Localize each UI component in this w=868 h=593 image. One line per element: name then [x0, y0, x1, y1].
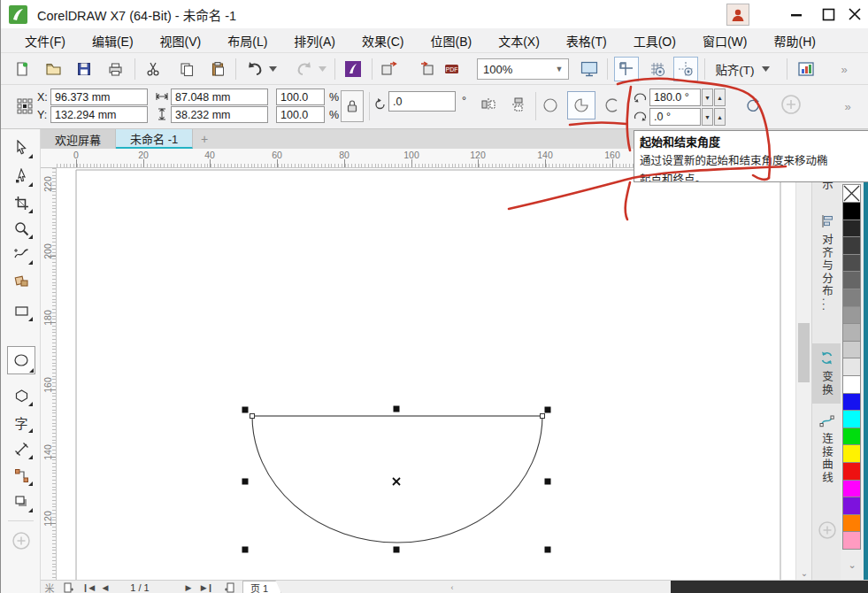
scale-y-field[interactable]: 100.0	[276, 106, 325, 123]
show-guidelines-button[interactable]	[673, 57, 698, 81]
hscroll-left-arrow[interactable]: ‹	[446, 581, 458, 593]
publish-pdf-button[interactable]: PDF	[441, 59, 462, 79]
palette-swatch[interactable]	[842, 428, 861, 446]
maximize-button[interactable]	[813, 0, 843, 28]
drawing-canvas[interactable]	[57, 168, 795, 580]
rectangle-tool[interactable]	[9, 299, 34, 322]
freehand-tool[interactable]	[9, 243, 34, 266]
snap-to-dropdown[interactable]: 贴齐(T)	[711, 58, 773, 80]
palette-swatch[interactable]	[842, 481, 861, 498]
start-angle-spin-down[interactable]: ▼	[702, 89, 713, 106]
scroll-down-arrow[interactable]: ⌄	[796, 568, 812, 578]
palette-swatch[interactable]	[842, 220, 861, 238]
mirror-horizontal-button[interactable]	[477, 93, 500, 116]
palette-swatch[interactable]	[842, 463, 861, 481]
rotation-angle-field[interactable]: .0	[388, 91, 456, 112]
selection-handles[interactable]	[242, 406, 551, 553]
menu-bitmaps[interactable]: 位图(B)	[417, 28, 485, 53]
object-center-marker[interactable]	[393, 478, 400, 485]
export-button[interactable]	[417, 59, 438, 79]
menu-tools[interactable]: 工具(O)	[620, 28, 689, 53]
end-angle-spin-up[interactable]: ▲	[714, 108, 726, 126]
menu-effects[interactable]: 效果(C)	[349, 28, 417, 53]
menu-text[interactable]: 文本(X)	[485, 28, 553, 53]
vertical-scrollbar[interactable]: ⌄	[795, 168, 811, 580]
connector-tool[interactable]	[9, 464, 34, 487]
object-width-field[interactable]: 87.048 mm	[171, 89, 268, 105]
show-grid-button[interactable]	[645, 57, 670, 81]
app-launcher-button[interactable]	[342, 58, 364, 80]
tab-untitled-document[interactable]: 未命名 -1	[116, 129, 193, 149]
palette-swatch[interactable]	[842, 342, 861, 359]
last-page-button[interactable]: ▶❙	[200, 581, 214, 593]
end-angle-field[interactable]: .0 °	[649, 108, 701, 126]
cut-button[interactable]	[142, 59, 164, 79]
redo-button[interactable]	[293, 58, 316, 80]
toolbar-overflow-chevron[interactable]: »	[831, 60, 856, 78]
next-page-button[interactable]: ▶	[182, 581, 195, 593]
page-1-tab[interactable]: 页 1	[242, 581, 281, 593]
selected-pie-shape[interactable]	[252, 416, 542, 543]
menu-window[interactable]: 窗口(W)	[689, 28, 761, 53]
end-angle-spin-down[interactable]: ▼	[702, 108, 713, 126]
vertical-ruler[interactable]: 220 200 180 160 140 120	[41, 168, 57, 580]
change-direction-button[interactable]	[741, 92, 765, 119]
ellipse-tool-selected[interactable]	[7, 346, 35, 374]
menu-help[interactable]: 帮助(H)	[760, 28, 828, 53]
mirror-vertical-button[interactable]	[507, 93, 530, 116]
options-button[interactable]	[795, 58, 818, 80]
palette-swatch[interactable]	[842, 307, 861, 325]
palette-swatch[interactable]	[842, 289, 861, 307]
zoom-dropdown-arrow[interactable]: ▼	[550, 65, 568, 73]
minimize-button[interactable]	[781, 0, 811, 28]
add-tool-button[interactable]	[9, 529, 34, 552]
palette-swatch[interactable]	[842, 497, 861, 515]
first-page-button[interactable]: ❙◀	[81, 581, 96, 593]
menu-view[interactable]: 视图(V)	[147, 28, 215, 53]
propbar-overflow-chevron[interactable]: »	[834, 97, 859, 115]
palette-swatch[interactable]	[842, 445, 861, 463]
palette-scroll-down[interactable]: ⌄	[841, 559, 864, 571]
palette-no-color[interactable]	[842, 184, 861, 203]
save-button[interactable]	[73, 59, 95, 79]
palette-swatch[interactable]	[842, 358, 861, 376]
palette-swatch[interactable]	[842, 272, 861, 289]
crop-tool[interactable]	[9, 191, 34, 214]
palette-swatch[interactable]	[842, 203, 861, 220]
add-property-button[interactable]	[778, 91, 804, 118]
palette-swatch[interactable]	[842, 394, 861, 412]
new-document-tab-button[interactable]: +	[193, 129, 216, 149]
palette-swatch[interactable]	[842, 324, 861, 342]
x-position-field[interactable]: 96.373 mm	[50, 89, 148, 105]
new-document-button[interactable]	[12, 59, 33, 79]
print-button[interactable]	[104, 59, 126, 79]
user-account-icon[interactable]	[726, 4, 749, 26]
ellipse-mode-button[interactable]	[539, 94, 562, 117]
smart-fill-tool[interactable]	[9, 269, 34, 292]
palette-swatch[interactable]	[842, 411, 861, 428]
show-rulers-button[interactable]	[614, 57, 639, 81]
pick-tool[interactable]	[9, 136, 34, 159]
polygon-tool[interactable]	[9, 384, 34, 407]
menu-arrange[interactable]: 排列(A)	[280, 28, 349, 53]
scale-x-field[interactable]: 100.0	[276, 89, 325, 105]
arc-mode-button[interactable]	[601, 94, 624, 117]
previous-page-button[interactable]: ◀	[99, 581, 111, 593]
palette-swatch[interactable]	[842, 237, 861, 255]
object-height-field[interactable]: 38.232 mm	[171, 106, 268, 123]
add-page-button-2[interactable]	[221, 581, 237, 593]
text-tool[interactable]: 字	[9, 411, 34, 434]
palette-swatch[interactable]	[842, 255, 861, 273]
redo-dropdown-arrow[interactable]	[316, 62, 328, 76]
dimension-tool[interactable]	[9, 437, 34, 460]
start-angle-field[interactable]: 180.0 °	[649, 89, 701, 106]
docker-tab-transform[interactable]: 变换	[812, 343, 841, 404]
fullscreen-preview-button[interactable]	[578, 58, 601, 81]
y-position-field[interactable]: 132.294 mm	[50, 106, 148, 123]
shape-tool[interactable]	[9, 165, 34, 188]
drop-shadow-tool[interactable]	[9, 490, 34, 513]
docker-tab-align-distribute[interactable]: 对齐与分布...	[812, 214, 841, 312]
menu-layout[interactable]: 布局(L)	[214, 28, 280, 53]
zoom-level-combobox[interactable]: 100% ▼	[477, 58, 569, 80]
zoom-tool[interactable]	[9, 217, 34, 240]
